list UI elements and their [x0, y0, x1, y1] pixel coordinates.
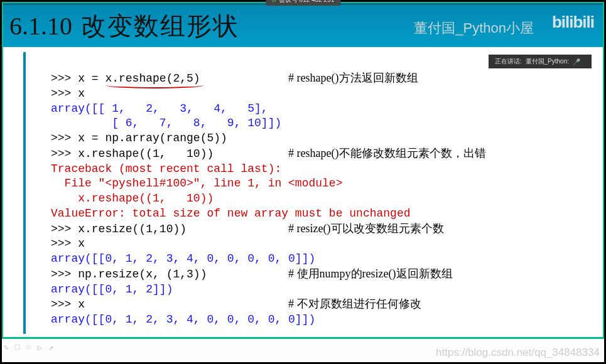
code-text: >>> np.resize(x, (1,3))	[51, 268, 207, 281]
code-comment: # reshape()方法返回新数组	[288, 72, 418, 84]
mic-icon: 🎤	[573, 58, 580, 65]
circle-icon[interactable]: ○	[26, 343, 31, 353]
code-line: >>> x # 不对原数组进行任何修改	[51, 297, 590, 313]
code-output: array([[0, 1, 2, 3, 4, 0, 0, 0, 0, 0]])	[51, 252, 590, 267]
signal-icon: ılı	[272, 0, 276, 3]
pointer-icon[interactable]: ▷	[37, 343, 42, 353]
code-error: ValueError: total size of new array must…	[51, 206, 590, 222]
code-comment: # resize()可以改变数组元素个数	[288, 222, 443, 235]
bilibili-logo: bilibili	[552, 13, 594, 32]
code-output: array([[0, 1, 2]])	[51, 282, 590, 297]
code-line: >>> x = np.array(range(5))	[51, 131, 590, 146]
code-output: [ 6, 7, 8, 9, 10]])	[51, 116, 590, 131]
code-text: >>> x.reshape((1, 10))	[51, 147, 214, 160]
code-output: array([[ 1, 2, 3, 4, 5],	[51, 102, 590, 117]
square-icon[interactable]: □	[15, 343, 20, 353]
code-text: >>> x.resize((1,10))	[51, 223, 187, 235]
code-line: >>> x	[51, 237, 590, 252]
pencil-icon[interactable]: ✎	[4, 343, 9, 353]
code-error: File "<pyshell#100>", line 1, in <module…	[51, 176, 590, 191]
slide-frame: ılı 会议号 812 462 291 6.1.10 改变数组形状 董付国_Py…	[1, 1, 605, 339]
meeting-id-text: 会议号 812 462 291	[279, 0, 334, 4]
code-line: >>> x	[51, 87, 590, 102]
speaking-prefix: 正在讲话:	[495, 57, 522, 66]
section-title: 改变数组形状	[81, 9, 239, 43]
code-output: array([[0, 1, 2, 3, 4, 0, 0, 0, 0, 0]])	[51, 313, 590, 328]
code-block: >>> x = x.reshape(2,5) # reshape()方法返回新数…	[23, 52, 597, 334]
code-line: >>> x.resize((1,10)) # resize()可以改变数组元素个…	[51, 222, 590, 237]
speaking-indicator: 正在讲话: 董付国_Python: 🎤	[489, 55, 592, 68]
arrow-icon[interactable]: ↗	[48, 343, 53, 353]
speaking-who: 董付国_Python:	[526, 57, 569, 66]
code-line: >>> x.reshape((1, 10)) # reshape()不能修改数组…	[51, 146, 590, 162]
code-line: >>> np.resize(x, (1,3)) # 使用numpy的resize…	[51, 267, 590, 282]
code-comment: # reshape()不能修改数组元素个数，出错	[288, 147, 485, 159]
code-error: Traceback (most recent call last):	[51, 162, 590, 177]
title-bar: 6.1.10 改变数组形状 董付国_Python小屋 bilibili	[3, 3, 603, 47]
code-text: >>> x	[51, 298, 85, 311]
code-comment: # 不对原数组进行任何修改	[288, 297, 421, 310]
csdn-watermark: https://blog.csdn.net/qq_34848334	[436, 346, 600, 359]
author-watermark: 董付国_Python小屋	[414, 19, 534, 38]
section-number: 6.1.10	[9, 11, 72, 41]
code-comment: # 使用numpy的resize()返回新数组	[288, 267, 452, 280]
annotation-underline	[106, 82, 203, 88]
annotation-toolbar: ✎ □ ○ ▷ ↗	[4, 343, 53, 353]
meeting-id-pill: ılı 会议号 812 462 291	[266, 0, 340, 6]
code-error: x.reshape((1, 10))	[51, 191, 590, 206]
